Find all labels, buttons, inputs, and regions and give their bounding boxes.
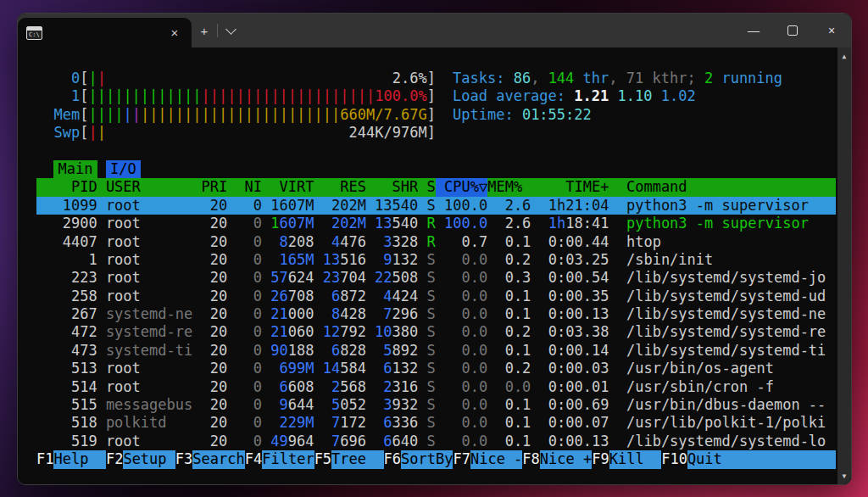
htop-tab-io[interactable]: I/O [106, 160, 141, 178]
column-header-time[interactable]: TIME+ [531, 178, 609, 196]
fkey-label-setup[interactable]: Setup [123, 450, 175, 468]
htop-tab-main[interactable]: Main [53, 160, 97, 178]
column-header-user[interactable]: USER [97, 178, 193, 196]
fkey-label-nice-[interactable]: Nice - [470, 450, 522, 468]
terminal-window: C:\ × + — × 0[|| 2.6%] 1[|||||||||||||||… [17, 13, 852, 485]
terminal-content: 0[|| 2.6%] 1[|||||||||||||||||||||||||||… [18, 47, 851, 485]
scroll-up-icon[interactable]: ▲ [837, 49, 851, 63]
table-header: PIDUSERPRINIVIRTRESSHRSCPU%▽MEM%TIME+Com… [36, 178, 836, 196]
tab-dropdown-button[interactable] [218, 14, 243, 47]
process-row-223[interactable]: 223root200576242370422508S0.00.30:00.54/… [36, 269, 836, 287]
fkey-f9[interactable]: F9 [592, 450, 609, 468]
column-header-s[interactable]: S [418, 178, 435, 196]
fkey-label-tree[interactable]: Tree [331, 450, 383, 468]
process-row-472[interactable]: 472systemd-re200210601279210380S0.00.20:… [36, 323, 836, 341]
column-header-res[interactable]: RES [314, 178, 366, 196]
column-header-virt[interactable]: VIRT [262, 178, 314, 196]
column-header-cpu[interactable]: CPU%▽ [436, 178, 487, 196]
terminal-tab[interactable]: C:\ × [18, 18, 192, 47]
maximize-icon [787, 25, 798, 36]
column-header-shr[interactable]: SHR [366, 178, 418, 196]
fkey-f8[interactable]: F8 [522, 450, 539, 468]
htop-screen: 0[|| 2.6%] 1[|||||||||||||||||||||||||||… [36, 70, 836, 485]
fkey-f1[interactable]: F1 [36, 450, 53, 468]
stats-panel: Tasks: 86, 144 thr, 71 kthr; 2 runningLo… [453, 70, 782, 124]
process-row-2900[interactable]: 2900root2001607M202M13540R100.02.61h18:4… [36, 215, 836, 232]
fkey-label-filter[interactable]: Filter [262, 450, 314, 468]
fkey-label-nice-[interactable]: Nice + [540, 450, 592, 468]
column-header-pri[interactable]: PRI [192, 178, 227, 196]
scrollbar[interactable]: ▲ ▼ [837, 47, 851, 484]
fkey-f3[interactable]: F3 [175, 450, 192, 468]
desktop-background: C:\ × + — × 0[|| 2.6%] 1[|||||||||||||||… [0, 0, 868, 497]
column-header-ni[interactable]: NI [227, 178, 262, 196]
fkey-f10[interactable]: F10 [661, 450, 687, 468]
fkey-f5[interactable]: F5 [314, 450, 331, 468]
fkey-label-help[interactable]: Help [53, 450, 105, 468]
scroll-down-icon[interactable]: ▼ [837, 469, 851, 483]
tab-close-icon[interactable]: × [166, 25, 183, 42]
process-row-515[interactable]: 515messagebus200964450523932S0.00.10:00.… [36, 396, 836, 414]
process-row-518[interactable]: 518polkitd200229M71726336S0.00.10:00.07/… [36, 414, 836, 432]
maximize-button[interactable] [773, 14, 812, 47]
fkey-f2[interactable]: F2 [106, 450, 123, 468]
titlebar[interactable]: C:\ × + — × [18, 14, 851, 47]
titlebar-drag-area[interactable] [243, 14, 734, 47]
process-row-267[interactable]: 267systemd-ne2002100084287296S0.00.10:00… [36, 305, 836, 323]
column-header-mem[interactable]: MEM% [487, 178, 531, 196]
minimize-button[interactable]: — [734, 14, 773, 47]
process-row-258[interactable]: 258root2002670868724424S0.00.10:00.35/li… [36, 288, 836, 305]
fkey-f6[interactable]: F6 [384, 450, 401, 468]
column-header-cmd[interactable]: Command [609, 178, 836, 196]
fkey-label-search[interactable]: Search [192, 450, 244, 468]
chevron-down-icon [225, 24, 236, 35]
process-row-514[interactable]: 514root200660825682316S0.00.00:00.01/usr… [36, 378, 836, 396]
process-row-473[interactable]: 473systemd-ti2009018868285892S0.00.10:00… [36, 342, 836, 360]
meter-swp: Swp[|| 244K/976M] [53, 124, 836, 142]
column-header-pid[interactable]: PID [36, 178, 97, 196]
fkey-f4[interactable]: F4 [245, 450, 262, 468]
new-tab-button[interactable]: + [192, 14, 217, 47]
process-row-4407[interactable]: 4407root200820844763328R0.70.10:00.44hto… [36, 233, 836, 251]
process-row-1[interactable]: 1root200165M135169132S0.00.20:03.25/sbin… [36, 251, 836, 269]
fkey-label-quit[interactable]: Quit [687, 450, 836, 468]
function-key-bar: F1Help F2Setup F3SearchF4FilterF5Tree F6… [36, 450, 836, 468]
process-row-513[interactable]: 513root200699M145846132S0.00.20:00.03/us… [36, 360, 836, 377]
process-row-519[interactable]: 519root2004996476966640S0.00.10:00.13/li… [36, 433, 836, 450]
close-button[interactable]: × [812, 14, 851, 47]
fkey-label-sortby[interactable]: SortBy [401, 450, 453, 468]
cmd-icon: C:\ [26, 26, 42, 40]
fkey-f7[interactable]: F7 [453, 450, 470, 468]
fkey-label-kill[interactable]: Kill [609, 450, 661, 468]
process-row-1099[interactable]: 1099root2001607M202M13540S100.02.61h21:0… [36, 197, 836, 215]
